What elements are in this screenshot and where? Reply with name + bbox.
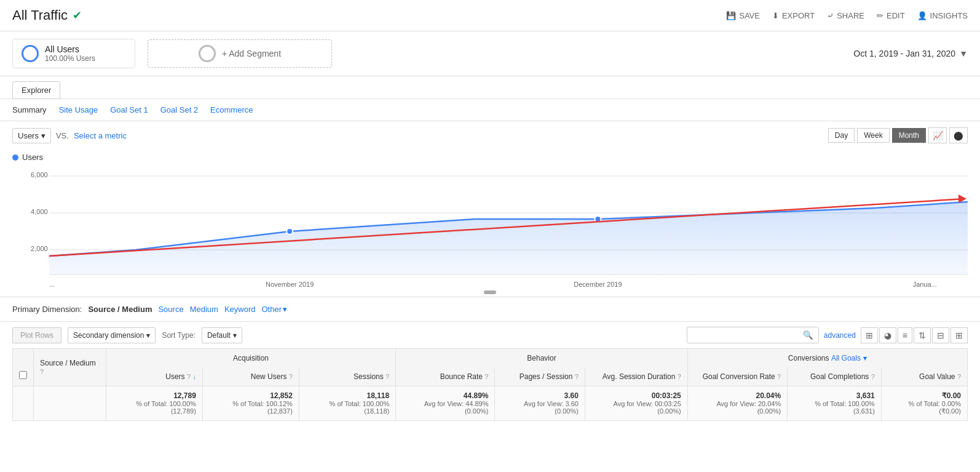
vs-label: VS. xyxy=(56,131,69,140)
select-all-checkbox[interactable] xyxy=(19,371,27,379)
date-range-text: Oct 1, 2019 - Jan 31, 2020 xyxy=(853,49,955,58)
svg-text:2,000: 2,000 xyxy=(31,245,48,252)
pie-view-button[interactable]: ◕ xyxy=(879,327,896,343)
grid-view-button[interactable]: ⊞ xyxy=(861,327,878,343)
custom-view-button[interactable]: ⊞ xyxy=(950,327,968,343)
sort-arrow-icon: ▾ xyxy=(233,331,237,340)
pages-session-help-icon[interactable]: ? xyxy=(575,373,579,380)
total-users: 12,789 % of Total: 100.00% (12,789) xyxy=(106,386,202,421)
new-users-col-header: New Users ? xyxy=(202,367,299,386)
source-medium-link[interactable]: Source / Medium xyxy=(88,305,152,314)
explorer-tab-bar: Explorer xyxy=(0,76,980,99)
metric-dropdown[interactable]: Users ▾ xyxy=(12,128,51,143)
view-icons: ⊞ ◕ ≡ ⇅ ⊟ ⊞ xyxy=(861,327,968,343)
add-segment-button[interactable]: + Add Segment xyxy=(148,39,332,68)
line-chart-type-button[interactable]: 📈 xyxy=(928,127,947,143)
advanced-link[interactable]: advanced xyxy=(824,331,856,340)
sort-default-label: Default xyxy=(207,331,231,340)
users-sort-icon[interactable]: ↓ xyxy=(192,373,196,380)
goal-completions-help-icon[interactable]: ? xyxy=(871,373,875,380)
svg-text:December 2019: December 2019 xyxy=(574,281,622,288)
goal-conv-rate-help-icon[interactable]: ? xyxy=(777,373,781,380)
primary-dim-label: Primary Dimension: xyxy=(12,305,82,314)
bounce-rate-help-icon[interactable]: ? xyxy=(484,373,488,380)
new-users-help-icon[interactable]: ? xyxy=(289,373,293,380)
date-range-arrow-icon: ▼ xyxy=(959,49,968,58)
total-label xyxy=(34,386,106,421)
page-title: All Traffic xyxy=(12,7,68,23)
conversions-group-header: Conversions All Goals ▾ xyxy=(687,349,967,368)
insights-button[interactable]: 👤 INSIGHTS xyxy=(917,11,968,20)
search-input[interactable] xyxy=(687,328,798,343)
behavior-group-header: Behavior xyxy=(396,349,688,368)
plot-rows-button[interactable]: Plot Rows xyxy=(12,327,61,343)
export-button[interactable]: ⬇ EXPORT xyxy=(772,11,815,20)
pivot-view-button[interactable]: ⊟ xyxy=(932,327,949,343)
week-button[interactable]: Week xyxy=(857,128,889,143)
other-dropdown-arrow-icon: ▾ xyxy=(283,305,287,314)
table-toolbar-left: Plot Rows Secondary dimension ▾ Sort Typ… xyxy=(12,327,242,343)
goal-conv-rate-col-header: Goal Conversion Rate ? xyxy=(687,367,787,386)
total-goal-conv-rate: 20.04% Avg for View: 20.04% (0.00%) xyxy=(687,386,787,421)
source-link[interactable]: Source xyxy=(158,305,183,314)
total-row: 12,789 % of Total: 100.00% (12,789) 12,8… xyxy=(13,386,968,421)
total-sessions: 18,118 % of Total: 100.00% (18,118) xyxy=(299,386,395,421)
share-button[interactable]: ⤶ SHARE xyxy=(827,11,864,20)
legend-dot-icon xyxy=(12,154,18,161)
total-new-users-pct: % of Total: 100.12% (12,837) xyxy=(209,400,293,415)
day-button[interactable]: Day xyxy=(828,128,855,143)
save-button[interactable]: 💾 SAVE xyxy=(726,11,760,20)
goal-completions-col-header: Goal Completions ? xyxy=(788,367,882,386)
tab-summary[interactable]: Summary xyxy=(12,105,47,114)
other-dropdown[interactable]: Other ▾ xyxy=(261,305,287,314)
add-segment-circle-icon xyxy=(199,45,216,62)
chart-area: Users 6,000 4,000 2,000 xyxy=(0,150,980,297)
header-actions: 💾 SAVE ⬇ EXPORT ⤶ SHARE ✏ EDIT 👤 INSIGHT… xyxy=(726,11,968,20)
sort-type-select[interactable]: Default ▾ xyxy=(202,327,242,343)
keyword-link[interactable]: Keyword xyxy=(224,305,256,314)
pie-chart-type-button[interactable]: ⬤ xyxy=(949,127,968,143)
sub-tabs: Summary Site Usage Goal Set 1 Goal Set 2… xyxy=(0,99,980,121)
sessions-help-icon[interactable]: ? xyxy=(385,373,389,380)
date-range[interactable]: Oct 1, 2019 - Jan 31, 2020 ▼ xyxy=(853,49,968,58)
svg-text:November 2019: November 2019 xyxy=(266,281,314,288)
tab-site-usage[interactable]: Site Usage xyxy=(59,105,98,114)
total-avg-session-sub: Avg for View: 00:03:25 (0.00%) xyxy=(591,400,681,415)
acquisition-group-header: Acquisition xyxy=(106,349,395,368)
segments-left: All Users 100.00% Users + Add Segment xyxy=(12,39,332,68)
select-metric-link[interactable]: Select a metric xyxy=(74,131,127,140)
month-button[interactable]: Month xyxy=(892,128,926,143)
chart-controls-left: Users ▾ VS. Select a metric xyxy=(12,128,127,143)
total-pages-session-sub: Avg for View: 3.60 (0.00%) xyxy=(501,400,578,415)
source-medium-header-label: Source / Medium xyxy=(40,359,96,367)
goal-value-col-header: Goal Value ? xyxy=(881,367,967,386)
metric-dropdown-arrow-icon: ▾ xyxy=(41,131,45,140)
goal-value-help-icon[interactable]: ? xyxy=(957,373,961,380)
tab-goal-set1[interactable]: Goal Set 1 xyxy=(110,105,148,114)
all-users-segment[interactable]: All Users 100.00% Users xyxy=(12,39,135,68)
add-segment-label: + Add Segment xyxy=(222,49,281,58)
all-goals-select[interactable]: All Goals ▾ xyxy=(831,354,867,362)
segment-pct: 100.00% Users xyxy=(45,54,95,63)
total-new-users: 12,852 % of Total: 100.12% (12,837) xyxy=(202,386,299,421)
scrollbar-handle[interactable] xyxy=(484,290,496,294)
edit-button[interactable]: ✏ EDIT xyxy=(877,11,905,20)
search-button[interactable]: 🔍 xyxy=(798,327,818,343)
explorer-tab[interactable]: Explorer xyxy=(12,81,60,99)
secondary-dimension-select[interactable]: Secondary dimension ▾ xyxy=(68,327,156,343)
users-help-icon[interactable]: ? xyxy=(187,373,191,380)
svg-text:Janua...: Janua... xyxy=(913,281,937,288)
tab-ecommerce[interactable]: Ecommerce xyxy=(210,105,253,114)
chart-scrollbar xyxy=(12,288,968,297)
avg-session-help-icon[interactable]: ? xyxy=(678,373,681,380)
legend-label: Users xyxy=(22,153,43,162)
medium-link[interactable]: Medium xyxy=(190,305,218,314)
bar-view-button[interactable]: ≡ xyxy=(898,327,912,343)
compare-view-button[interactable]: ⇅ xyxy=(914,327,931,343)
avg-session-col-header: Avg. Session Duration ? xyxy=(585,367,687,386)
total-goal-value: ₹0.00 % of Total: 0.00% (₹0.00) xyxy=(881,386,967,421)
tab-goal-set2[interactable]: Goal Set 2 xyxy=(160,105,198,114)
svg-text:...: ... xyxy=(49,281,55,288)
total-goal-completions-pct: % of Total: 100.00% (3,631) xyxy=(794,400,875,415)
source-medium-help-icon[interactable]: ? xyxy=(40,368,44,375)
